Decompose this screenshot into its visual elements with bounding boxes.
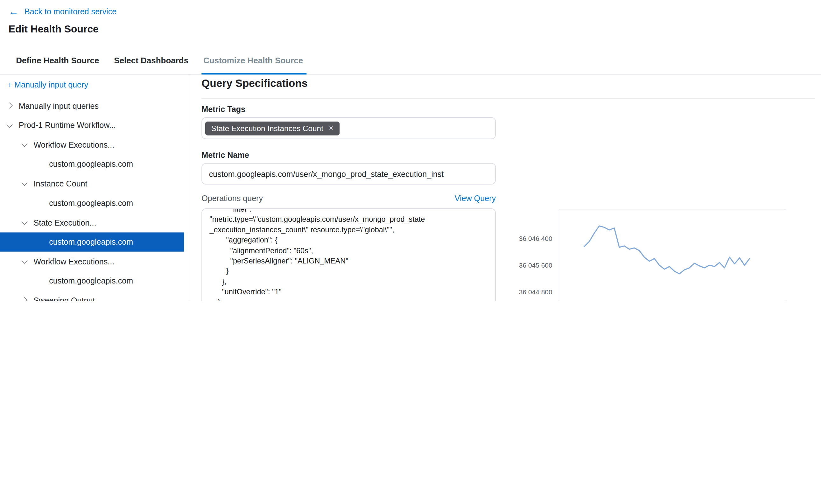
chevron-down-icon[interactable] <box>22 180 28 186</box>
tree-item-workflow-executions[interactable]: Workflow Executions... <box>0 252 184 271</box>
tree-item-custom-googleapis-com[interactable]: custom.googleapis.com <box>0 154 184 174</box>
tree-item-label: custom.googleapis.com <box>49 199 133 207</box>
tree-item-label: custom.googleapis.com <box>49 159 133 168</box>
tree-item-workflow-executions[interactable]: Workflow Executions... <box>0 135 184 154</box>
operations-query-label: Operations query <box>201 193 263 202</box>
tree-item-label: Prod-1 Runtime Workflow... <box>19 121 116 129</box>
tab-customize-health-source[interactable]: Customize Health Source <box>203 47 303 74</box>
edit-health-source-page: ← Back to monitored service Edit Health … <box>0 0 821 301</box>
query-specifications-title: Query Specifications <box>201 77 307 90</box>
chevron-down-icon[interactable] <box>22 141 28 147</box>
tree-item-label: Workflow Executions... <box>34 140 115 149</box>
page-title: Edit Health Source <box>9 24 99 35</box>
tree-item-label: Manually input queries <box>19 101 99 110</box>
chart-y-tick-label: 36 044 800 <box>511 288 552 296</box>
tree-item-label: custom.googleapis.com <box>49 276 133 285</box>
metric-tags-label: Metric Tags <box>201 104 245 113</box>
chevron-down-icon[interactable] <box>22 258 28 264</box>
tree-item-manually-input-queries[interactable]: Manually input queries <box>0 96 184 115</box>
tree-item-prod-1-runtime-workflow[interactable]: Prod-1 Runtime Workflow... <box>0 115 184 135</box>
metric-line-series <box>584 226 750 274</box>
tree-item-label: Workflow Executions... <box>34 257 115 266</box>
tree-item-label: Sweeping Output... <box>34 296 102 301</box>
tree-item-sweeping-output[interactable]: Sweeping Output... <box>0 291 184 301</box>
operations-query-editor[interactable]: "filter": "metric.type=\"custom.googleap… <box>201 208 496 301</box>
metric-name-label: Metric Name <box>201 150 249 159</box>
chart-plot-area <box>559 209 786 301</box>
add-manual-query-link[interactable]: + Manually input query <box>7 80 189 89</box>
tree-item-custom-googleapis-com[interactable]: custom.googleapis.com <box>0 193 184 213</box>
sidebar: + Manually input query Manually input qu… <box>0 75 189 301</box>
tree-item-custom-googleapis-com[interactable]: custom.googleapis.com <box>0 271 184 291</box>
chevron-right-icon[interactable] <box>22 297 28 301</box>
operations-query-row: Operations query View Query <box>201 193 496 202</box>
back-link[interactable]: ← Back to monitored service <box>9 6 116 17</box>
chart-y-tick-label: 36 046 400 <box>511 235 552 242</box>
tree-item-custom-googleapis-com[interactable]: custom.googleapis.com <box>0 232 184 252</box>
tree-item-label: State Execution... <box>34 218 96 227</box>
metric-tags-input[interactable]: State Execution Instances Count ✕ <box>201 117 496 139</box>
tree-item-state-execution[interactable]: State Execution... <box>0 213 184 232</box>
metric-preview-chart: 36 046 40036 045 60036 044 8004:10 pm4:2… <box>511 205 815 301</box>
metric-tag-chip[interactable]: State Execution Instances Count ✕ <box>205 121 340 135</box>
metric-name-input[interactable] <box>201 163 496 185</box>
section-divider <box>201 98 815 99</box>
operations-query-text: "filter": "metric.type=\"custom.googleap… <box>209 208 488 301</box>
sidebar-tree: Manually input queriesProd-1 Runtime Wor… <box>0 96 189 301</box>
chevron-down-icon[interactable] <box>22 219 28 225</box>
metric-tag-chip-label: State Execution Instances Count <box>211 124 323 133</box>
tab-bar: Define Health SourceSelect DashboardsCus… <box>0 47 821 74</box>
main-panel: Query Specifications Metric Tags State E… <box>190 75 821 301</box>
tree-item-instance-count[interactable]: Instance Count <box>0 174 184 193</box>
chevron-down-icon[interactable] <box>7 122 13 128</box>
remove-tag-icon[interactable]: ✕ <box>329 125 333 132</box>
view-query-link[interactable]: View Query <box>455 193 496 202</box>
tab-select-dashboards[interactable]: Select Dashboards <box>114 47 188 74</box>
chevron-right-icon[interactable] <box>7 103 13 109</box>
chart-y-tick-label: 36 045 600 <box>511 262 552 269</box>
chart-line-svg <box>559 210 786 301</box>
tree-item-label: Instance Count <box>34 179 88 188</box>
tree-item-label: custom.googleapis.com <box>49 237 133 246</box>
back-link-label[interactable]: Back to monitored service <box>25 7 116 16</box>
back-arrow-icon[interactable]: ← <box>9 6 19 17</box>
tab-define-health-source[interactable]: Define Health Source <box>16 47 99 74</box>
